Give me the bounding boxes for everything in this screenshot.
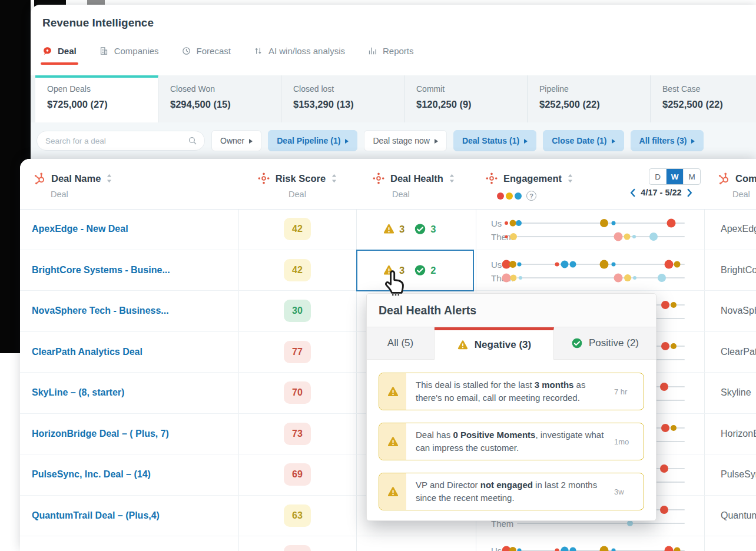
engagement-dot bbox=[612, 549, 616, 551]
engagement-dot bbox=[505, 221, 508, 225]
caret-right-icon bbox=[691, 139, 695, 144]
deal-name-link[interactable]: PulseSync, Inc. Deal – (14) bbox=[32, 469, 151, 480]
alert-card[interactable]: Deal has 0 Positive Moments, investigate… bbox=[379, 423, 644, 460]
cursor-pointer-icon bbox=[382, 268, 409, 298]
period-option-d[interactable]: D bbox=[649, 169, 667, 184]
summary-card-closed-lost[interactable]: Closed lost$153,290 (13) bbox=[281, 75, 404, 122]
nav-tab-label: Deal bbox=[58, 46, 77, 56]
nav-tab-companies[interactable]: Companies bbox=[99, 46, 159, 65]
col-header-company[interactable]: Comp bbox=[717, 172, 756, 185]
search-box[interactable] bbox=[37, 131, 205, 151]
deal-name-link[interactable]: SkyLine – (8, starter) bbox=[32, 387, 124, 398]
alert-card[interactable]: VP and Director not engaged in last 2 mo… bbox=[379, 473, 644, 510]
engagement-dot bbox=[570, 547, 576, 551]
summary-card-commit[interactable]: Commit$120,250 (9) bbox=[404, 75, 528, 122]
col-header-deal-health[interactable]: Deal Health bbox=[372, 172, 455, 185]
deal-name-link[interactable]: NovaSphere Tech - Business... bbox=[32, 306, 169, 316]
deal-health-cell[interactable]: 33 bbox=[383, 223, 436, 235]
sort-icon[interactable] bbox=[331, 173, 337, 184]
alert-text: Deal has 0 Positive Moments, investigate… bbox=[406, 429, 614, 454]
alert-icon-box bbox=[379, 423, 406, 460]
engagement-legend-dot bbox=[506, 192, 513, 200]
help-icon[interactable]: ? bbox=[526, 191, 536, 201]
table-row: ApexEdge - New Deal4233UsThemApexEdge bbox=[20, 209, 756, 250]
engagement-dot bbox=[570, 261, 576, 267]
col-sub-label: Deal bbox=[392, 190, 410, 199]
engagement-dot bbox=[627, 520, 633, 526]
company-name: Skyline bbox=[721, 387, 756, 398]
filter-pill-owner[interactable]: Owner bbox=[211, 130, 261, 151]
forecast-icon bbox=[181, 46, 191, 56]
engagement-dot bbox=[661, 301, 669, 309]
chevron-right-icon[interactable] bbox=[687, 188, 693, 197]
col-header-deal-name[interactable]: Deal Name bbox=[33, 172, 112, 185]
alert-time: 7 hr bbox=[614, 373, 644, 410]
summary-card-label: Closed lost bbox=[293, 84, 404, 94]
check-icon bbox=[414, 264, 426, 276]
alert-warning-icon bbox=[387, 486, 399, 498]
popup-tab-all-5[interactable]: All (5) bbox=[367, 327, 435, 360]
engagement-dot bbox=[661, 342, 669, 350]
alert-text-segment: Deal has bbox=[416, 430, 453, 440]
engagement-track bbox=[517, 223, 685, 224]
reports-icon bbox=[367, 46, 377, 56]
companies-icon bbox=[99, 46, 109, 56]
engagement-dot bbox=[671, 302, 677, 308]
sort-icon[interactable] bbox=[449, 173, 455, 184]
deal-name-link[interactable]: BrightCore Systems - Busine... bbox=[32, 265, 170, 276]
engagement-dot bbox=[600, 219, 608, 227]
alert-text-segment: 3 months bbox=[535, 380, 574, 390]
deal-name-link[interactable]: ClearPath Analytics Deal bbox=[32, 347, 142, 357]
deal-name-link[interactable]: QuantumTrail Deal – (Plus,4) bbox=[32, 510, 160, 521]
nav-tab-ai-win-loss-analysis[interactable]: AI win/loss analysis bbox=[253, 46, 345, 65]
filter-pill-deal-pipeline-1[interactable]: Deal Pipeline (1) bbox=[268, 130, 357, 151]
deal-name-link[interactable]: HorizonBridge Deal – ( Plus, 7) bbox=[32, 429, 169, 439]
chevron-left-icon[interactable] bbox=[629, 188, 636, 197]
engagement-dot bbox=[519, 276, 522, 280]
popup-tab-label: All (5) bbox=[387, 337, 413, 349]
company-name: ClearPath bbox=[721, 347, 756, 357]
sort-icon[interactable] bbox=[567, 173, 573, 184]
engagement-dot bbox=[510, 274, 517, 281]
alert-text-segment: not engaged bbox=[480, 480, 533, 490]
engagement-dot bbox=[660, 383, 668, 391]
col-label: Comp bbox=[735, 173, 756, 184]
col-label: Engagement bbox=[503, 173, 562, 184]
screen: Revenue Intelligence DealCompaniesForeca… bbox=[0, 0, 756, 551]
active-tab-underline bbox=[41, 62, 78, 65]
filter-pill-deal-status-1[interactable]: Deal Status (1) bbox=[453, 130, 536, 151]
filter-pill-label: All filters (3) bbox=[639, 136, 687, 145]
warning-icon bbox=[383, 223, 395, 235]
engagement-them-row: Them bbox=[491, 232, 703, 241]
summary-card-best-case[interactable]: Best Case$252,500 (22) bbox=[651, 75, 756, 122]
filter-pill-deal-stage-now[interactable]: Deal stage now bbox=[364, 130, 447, 151]
engagement-dot bbox=[674, 547, 681, 551]
engagement-dot bbox=[633, 276, 636, 280]
nav-tab-deal[interactable]: Deal bbox=[42, 46, 77, 65]
filter-pill-close-date-1[interactable]: Close Date (1) bbox=[543, 130, 624, 151]
popup-tab-negative-3[interactable]: Negative (3) bbox=[435, 327, 554, 360]
nav-tab-reports[interactable]: Reports bbox=[367, 46, 414, 65]
summary-card-pipeline[interactable]: Pipeline$252,500 (22) bbox=[528, 75, 651, 122]
hubspot-icon bbox=[717, 172, 730, 185]
nav-tab-label: AI win/loss analysis bbox=[268, 46, 345, 56]
risk-score-badge: 42 bbox=[284, 259, 311, 281]
engagement-dot bbox=[658, 274, 666, 282]
deal-name-link[interactable]: ApexEdge - New Deal bbox=[32, 224, 128, 234]
col-header-risk-score[interactable]: Risk Score bbox=[238, 172, 356, 185]
popup-tab-positive-2[interactable]: Positive (2) bbox=[554, 327, 656, 360]
period-option-m[interactable]: M bbox=[684, 169, 700, 184]
summary-card-closed-won[interactable]: Closed Won$294,500 (15) bbox=[158, 75, 281, 122]
period-option-w[interactable]: W bbox=[667, 169, 684, 184]
search-input[interactable] bbox=[44, 136, 188, 146]
engagement-track bbox=[517, 277, 685, 278]
sort-icon[interactable] bbox=[106, 173, 112, 184]
summary-card-label: Pipeline bbox=[539, 84, 650, 94]
gong-logo-icon bbox=[42, 46, 52, 56]
alert-card[interactable]: This deal is stalled for the last 3 mont… bbox=[379, 373, 644, 410]
summary-card-open-deals[interactable]: Open Deals$725,000 (27) bbox=[35, 75, 158, 122]
nav-tab-forecast[interactable]: Forecast bbox=[181, 46, 231, 65]
risk-score-badge: 70 bbox=[284, 381, 311, 404]
col-header-engagement[interactable]: Engagement bbox=[485, 172, 573, 185]
filter-pill-all-filters-3[interactable]: All filters (3) bbox=[631, 130, 704, 151]
